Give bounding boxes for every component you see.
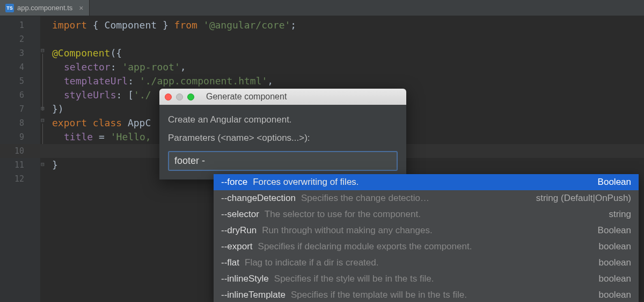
option-flag: --flat <box>221 257 239 268</box>
line-number[interactable]: 8 <box>0 116 40 130</box>
option-type: Boolean <box>598 225 631 236</box>
option-description: Forces overwriting of files. <box>253 177 592 188</box>
option-type: string <box>609 209 631 220</box>
parameters-input[interactable] <box>168 151 398 171</box>
option-flag: --inlineTemplate <box>221 290 286 300</box>
line-number[interactable]: 11 <box>0 158 40 172</box>
line-number[interactable]: 10 <box>0 144 40 158</box>
option-description: Specifies if declaring module exports th… <box>258 241 594 252</box>
window-zoom-icon[interactable] <box>187 94 194 100</box>
option-flag: --force <box>221 177 247 188</box>
dialog-body: Create an Angular component. Parameters … <box>159 105 406 179</box>
autocomplete-item[interactable]: --exportSpecifies if declaring module ex… <box>214 239 639 255</box>
dialog-subtitle: Create an Angular component. <box>168 114 398 125</box>
dialog-title: Generate component <box>199 92 401 102</box>
window-minimize-icon[interactable] <box>176 94 183 100</box>
autocomplete-item[interactable]: --selectorThe selector to use for the co… <box>214 206 639 222</box>
autocomplete-item[interactable]: --dryRunRun through without making any c… <box>214 222 639 239</box>
option-description: Specifies if the template will be in the… <box>291 290 593 300</box>
code-line[interactable]: @Component({ <box>40 46 644 60</box>
option-description: The selector to use for the component. <box>265 209 604 220</box>
option-type: string (Default|OnPush) <box>536 193 631 204</box>
typescript-icon: TS <box>5 4 14 12</box>
option-flag: --changeDetection <box>221 193 296 204</box>
gutter: 1 2 3 4 5 6 7 8 9 10 11 12 <box>0 16 40 302</box>
option-description: Specifies if the style will be in the ts… <box>274 274 594 284</box>
autocomplete-item[interactable]: --inlineTemplateSpecifies if the templat… <box>214 287 639 302</box>
option-description: Flag to indicate if a dir is created. <box>245 257 593 268</box>
parameters-label: Parameters (<name> <options...>): <box>168 133 398 143</box>
option-type: Boolean <box>598 177 631 188</box>
option-flag: --selector <box>221 209 259 220</box>
line-number[interactable]: 5 <box>0 74 40 88</box>
close-icon[interactable]: × <box>79 4 83 12</box>
line-number[interactable]: 2 <box>0 32 40 46</box>
line-number[interactable]: 12 <box>0 172 40 186</box>
generate-dialog: Generate component Create an Angular com… <box>159 89 406 179</box>
autocomplete-item[interactable]: --forceForces overwriting of files.Boole… <box>214 174 639 190</box>
code-line[interactable]: templateUrl: './app.component.html', <box>40 74 644 88</box>
autocomplete-item[interactable]: --changeDetectionSpecifies the change de… <box>214 190 639 206</box>
option-description: Run through without making any changes. <box>262 225 592 236</box>
autocomplete-popup: --forceForces overwriting of files.Boole… <box>214 174 639 302</box>
line-number[interactable]: 4 <box>0 60 40 74</box>
autocomplete-item[interactable]: --inlineStyleSpecifies if the style will… <box>214 271 639 287</box>
tab-filename: app.component.ts <box>17 4 72 12</box>
option-flag: --inlineStyle <box>221 274 269 284</box>
option-type: boolean <box>598 290 631 300</box>
file-tab[interactable]: TS app.component.ts × <box>0 0 90 16</box>
code-line[interactable] <box>40 32 644 46</box>
line-number[interactable]: 3 <box>0 46 40 60</box>
option-type: boolean <box>598 241 631 252</box>
code-line[interactable]: selector: 'app-root', <box>40 60 644 74</box>
tab-bar: TS app.component.ts × <box>0 0 644 16</box>
option-description: Specifies the change detectio… <box>301 193 531 204</box>
line-number[interactable]: 1 <box>0 18 40 32</box>
autocomplete-item[interactable]: --flatFlag to indicate if a dir is creat… <box>214 255 639 271</box>
line-number[interactable]: 7 <box>0 102 40 116</box>
option-flag: --export <box>221 241 253 252</box>
option-type: boolean <box>598 274 631 284</box>
line-number[interactable]: 9 <box>0 130 40 144</box>
code-line[interactable]: import { Component } from '@angular/core… <box>40 18 644 32</box>
dialog-titlebar[interactable]: Generate component <box>159 89 406 105</box>
line-number[interactable]: 6 <box>0 88 40 102</box>
option-flag: --dryRun <box>221 225 257 236</box>
window-close-icon[interactable] <box>165 94 172 100</box>
option-type: boolean <box>598 257 631 268</box>
